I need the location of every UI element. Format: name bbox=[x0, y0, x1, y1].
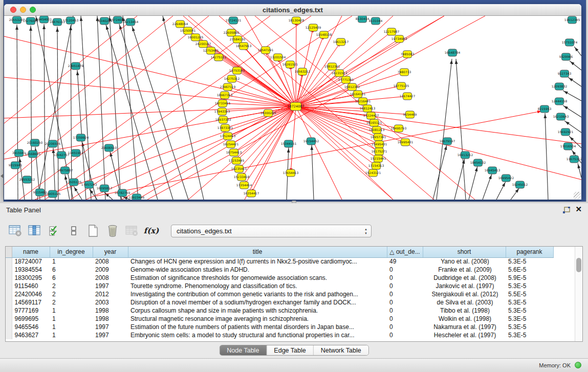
cell-in_degree[interactable]: 2 bbox=[50, 282, 93, 290]
cell-year[interactable]: 1998 bbox=[93, 315, 128, 323]
cell-pagerank[interactable]: 5.6E-5 bbox=[506, 266, 553, 274]
cell-out_degree[interactable]: 0 bbox=[387, 307, 423, 315]
cell-pagerank[interactable]: 5.3E-5 bbox=[506, 331, 553, 339]
left-splitter-strip[interactable] bbox=[0, 0, 4, 203]
cell-title[interactable]: Changes of HCN gene expression and I(f) … bbox=[128, 257, 387, 266]
cell-pagerank[interactable]: 5.3E-5 bbox=[506, 307, 553, 315]
cell-pagerank[interactable]: 5.3E-5 bbox=[506, 315, 553, 323]
table-row[interactable]: 911546021997Tourette syndrome. Phenomeno… bbox=[6, 282, 553, 290]
table-row[interactable]: 946554611997Estimation of the future num… bbox=[6, 323, 553, 331]
column-header-name[interactable]: name bbox=[12, 247, 50, 257]
cell-out_degree[interactable]: 0 bbox=[387, 282, 423, 290]
cell-short[interactable]: Tibbo et al. (1998) bbox=[423, 307, 506, 315]
cell-short[interactable]: Stergiakouli et al. (2012) bbox=[423, 290, 506, 298]
cell-pagerank[interactable]: 5.3E-5 bbox=[506, 282, 553, 290]
cell-short[interactable]: Hescheler et al. (1997) bbox=[423, 331, 506, 339]
cell-pagerank[interactable]: 5.5E-5 bbox=[506, 290, 553, 298]
window-resize-grip[interactable] bbox=[574, 192, 581, 199]
close-panel-icon[interactable]: ✕ bbox=[575, 205, 582, 214]
cell-short[interactable]: Wolkin et al. (1998) bbox=[423, 315, 506, 323]
cell-year[interactable]: 2008 bbox=[93, 274, 128, 282]
float-window-icon[interactable] bbox=[562, 207, 571, 214]
cell-short[interactable]: Nakamura et al. (1997) bbox=[423, 323, 506, 331]
table-settings-icon[interactable] bbox=[8, 224, 22, 238]
cell-short[interactable]: Dudbridge et al. (2008) bbox=[423, 274, 506, 282]
cell-year[interactable]: 1997 bbox=[93, 331, 128, 339]
column-header-year[interactable]: year bbox=[93, 247, 128, 257]
cell-year[interactable]: 1997 bbox=[93, 323, 128, 331]
scrollbar-thumb[interactable] bbox=[576, 258, 581, 272]
cell-short[interactable]: de Silva et al. (2003) bbox=[423, 298, 506, 307]
cell-short[interactable]: Yano et al. (2008) bbox=[423, 257, 506, 266]
cell-short[interactable]: Franke et al. (2009) bbox=[423, 266, 506, 274]
cell-in_degree[interactable]: 1 bbox=[50, 331, 93, 339]
table-row[interactable]: 946362711997Embryonic stem cells: a mode… bbox=[6, 331, 553, 339]
table-row[interactable]: 969969511998Structural magnetic resonanc… bbox=[6, 315, 553, 323]
column-header-in_degree[interactable]: in_degree bbox=[50, 247, 93, 257]
column-visibility-icon[interactable] bbox=[28, 224, 41, 238]
cell-title[interactable]: Disruption of a novel member of a sodium… bbox=[128, 298, 387, 307]
table-selector-dropdown[interactable]: citations_edges.txt ▲▼ bbox=[171, 225, 372, 237]
network-canvas-svg[interactable]: 2264805415250041160012452420018712753441… bbox=[4, 16, 581, 200]
collapse-left-arrow-icon[interactable] bbox=[1, 174, 3, 178]
cell-name[interactable]: 9699695 bbox=[12, 315, 50, 323]
cell-name[interactable]: 9115460 bbox=[12, 282, 50, 290]
cell-title[interactable]: Corpus callosum shape and size in male p… bbox=[128, 307, 387, 315]
cell-out_degree[interactable]: 0 bbox=[387, 298, 423, 307]
cell-out_degree[interactable]: 0 bbox=[387, 274, 423, 282]
cell-in_degree[interactable]: 6 bbox=[50, 266, 93, 274]
cell-title[interactable]: Tourette syndrome. Phenomenology and cla… bbox=[128, 282, 387, 290]
tab-network-table[interactable]: Network Table bbox=[313, 345, 368, 355]
tab-edge-table[interactable]: Edge Table bbox=[266, 345, 313, 355]
cell-title[interactable]: Estimation of significance thresholds fo… bbox=[128, 274, 387, 282]
cell-name[interactable]: 18300295 bbox=[12, 274, 50, 282]
cell-out_degree[interactable]: 0 bbox=[387, 290, 423, 298]
cell-year[interactable]: 1997 bbox=[93, 282, 128, 290]
cell-year[interactable]: 2009 bbox=[93, 266, 128, 274]
cell-out_degree[interactable]: 0 bbox=[387, 266, 423, 274]
cell-name[interactable]: 9465546 bbox=[12, 323, 50, 331]
cell-name[interactable]: 14569117 bbox=[12, 298, 50, 307]
cell-pagerank[interactable]: 5.3E-5 bbox=[506, 298, 553, 307]
cell-name[interactable]: 9463627 bbox=[12, 331, 50, 339]
table-row[interactable]: 1872400712008Changes of HCN gene express… bbox=[6, 257, 553, 266]
table-row[interactable]: 1830029562008Estimation of significance … bbox=[6, 274, 553, 282]
cell-name[interactable]: 19384554 bbox=[12, 266, 50, 274]
row-height-icon[interactable] bbox=[67, 224, 80, 238]
table-row[interactable]: 977716911998Corpus callosum shape and si… bbox=[6, 307, 553, 315]
cell-out_degree[interactable]: 49 bbox=[387, 257, 423, 266]
cell-in_degree[interactable]: 2 bbox=[50, 290, 93, 298]
cell-in_degree[interactable]: 6 bbox=[50, 274, 93, 282]
right-splitter-strip[interactable] bbox=[586, 0, 588, 203]
node-table[interactable]: namein_degreeyeartitle△ out_de...shortpa… bbox=[5, 246, 583, 342]
cell-year[interactable]: 2008 bbox=[93, 257, 128, 266]
column-header-title[interactable]: title bbox=[128, 247, 387, 257]
cell-title[interactable]: Structural magnetic resonance image aver… bbox=[128, 315, 387, 323]
table-vertical-scrollbar[interactable] bbox=[575, 247, 582, 341]
table-row[interactable]: 1938455462009Genome-wide association stu… bbox=[6, 266, 553, 274]
table-row[interactable]: 2242004622012Investigating the contribut… bbox=[6, 290, 553, 298]
cell-name[interactable]: 22420046 bbox=[12, 290, 50, 298]
cell-in_degree[interactable]: 1 bbox=[50, 307, 93, 315]
network-window-titlebar[interactable]: citations_edges.txt bbox=[4, 4, 581, 16]
cell-year[interactable]: 2012 bbox=[93, 290, 128, 298]
cell-pagerank[interactable]: 5.3E-5 bbox=[506, 323, 553, 331]
cell-in_degree[interactable]: 1 bbox=[50, 315, 93, 323]
cell-name[interactable]: 9777169 bbox=[12, 307, 50, 315]
cell-in_degree[interactable]: 1 bbox=[50, 323, 93, 331]
cell-year[interactable]: 1998 bbox=[93, 307, 128, 315]
cell-name[interactable]: 18724007 bbox=[12, 257, 50, 266]
cell-out_degree[interactable]: 0 bbox=[387, 323, 423, 331]
cell-title[interactable]: Genome-wide association studies in ADHD. bbox=[128, 266, 387, 274]
cell-pagerank[interactable]: 5.9E-5 bbox=[506, 274, 553, 282]
cell-pagerank[interactable]: 5.3E-5 bbox=[506, 257, 553, 266]
column-header-pagerank[interactable]: pagerank bbox=[506, 247, 553, 257]
cell-in_degree[interactable]: 2 bbox=[50, 298, 93, 307]
cell-out_degree[interactable]: 0 bbox=[387, 315, 423, 323]
table-row[interactable]: 1456911722003Disruption of a novel membe… bbox=[6, 298, 553, 307]
cell-out_degree[interactable]: 0 bbox=[387, 331, 423, 339]
new-document-icon[interactable] bbox=[86, 224, 100, 238]
column-header-out_degree[interactable]: △ out_de... bbox=[387, 247, 423, 257]
cell-title[interactable]: Embryonic stem cells: a model to study s… bbox=[128, 331, 387, 339]
column-header-short[interactable]: short bbox=[423, 247, 506, 257]
